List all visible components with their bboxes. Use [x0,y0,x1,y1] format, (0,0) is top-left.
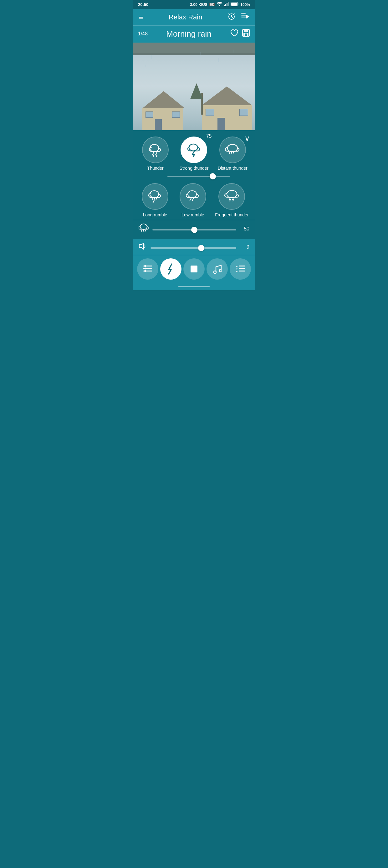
nav-music-button[interactable] [206,258,228,280]
svg-point-19 [150,191,159,197]
sound-long-rumble[interactable]: Long rumble [139,183,170,217]
strong-thunder-slider[interactable] [167,176,230,177]
rain-level-row: 50 [139,223,249,235]
frequent-thunder-circle [218,183,245,210]
svg-rect-8 [241,13,246,14]
svg-point-31 [219,269,222,272]
rain-level-value: 50 [240,226,249,232]
battery-icon [231,2,239,7]
thunder-circle [142,136,169,163]
rain-scene [133,42,255,130]
low-rumble-circle [180,183,206,210]
svg-marker-11 [246,15,249,19]
time: 20:50 [138,2,148,7]
strong-thunder-slider-row [133,170,255,179]
sound-strong-thunder[interactable]: 75 Strong thunder [179,136,209,170]
long-rumble-label: Long rumble [143,212,167,217]
strong-thunder-value: 75 [206,133,212,139]
svg-point-27 [144,265,146,267]
svg-point-28 [144,268,146,270]
nav-favorites-button[interactable] [230,258,251,280]
svg-rect-6 [231,2,237,6]
volume-slider[interactable] [151,247,236,249]
svg-point-20 [188,191,196,197]
signal-icon [224,2,229,7]
volume-icon [139,243,147,251]
strong-thunder-circle [181,136,207,163]
nav-thunder-button[interactable] [160,258,182,280]
stop-square [191,266,197,272]
sound-frequent-thunder[interactable]: Frequent thunder [215,183,249,217]
svg-rect-4 [228,2,229,6]
track-title: Morning rain [166,29,212,39]
distant-thunder-label: Distant thunder [218,166,248,170]
volume-value: 9 [240,244,249,250]
menu-button[interactable]: ≡ [139,12,143,22]
rain-level-slider-wrap [152,226,236,232]
app-title: Relax Rain [169,13,202,21]
sound-distant-thunder[interactable]: Distant thunder [217,136,248,170]
svg-point-21 [227,190,237,198]
houses [133,86,255,130]
svg-marker-23 [139,243,143,249]
svg-rect-34 [239,271,245,272]
svg-rect-32 [239,266,245,267]
svg-point-29 [144,270,146,272]
volume-section: 9 [133,239,255,255]
wifi-icon [217,2,223,7]
low-rumble-label: Low rumble [182,212,204,217]
svg-point-17 [189,144,198,151]
home-bar [179,286,209,287]
distant-thunder-circle [219,136,246,163]
frequent-thunder-label: Frequent thunder [215,212,249,217]
svg-rect-13 [244,29,248,32]
track-actions [230,29,250,39]
svg-rect-1 [224,5,225,6]
like-button[interactable] [230,29,239,39]
home-indicator [133,284,255,290]
svg-point-22 [140,224,147,229]
svg-rect-33 [239,268,245,269]
rain-level-slider[interactable] [152,229,236,230]
svg-point-0 [219,5,220,6]
nav-actions [227,12,249,22]
playlist-button[interactable] [241,13,249,22]
status-bar: 20:50 3.00 KB/S HD 100% [133,0,255,9]
rain-level-section: 50 [133,220,255,239]
sound-low-rumble[interactable]: Low rumble [177,183,208,217]
bottom-nav [133,255,255,284]
sub-header: 1/48 Morning rain [133,25,255,42]
svg-rect-3 [227,3,227,6]
nav-stop-button[interactable] [183,258,205,280]
hd-badge: HD [209,3,215,6]
svg-point-18 [227,144,237,152]
svg-rect-15 [245,33,247,36]
network-speed: 3.00 KB/S [190,2,207,7]
status-right: 3.00 KB/S HD 100% [190,2,250,7]
long-rumble-circle [142,183,168,210]
sounds-row-2: Long rumble Low rumble [133,179,255,220]
alarm-button[interactable] [227,12,236,22]
controls-area: ∨ Thunder [133,130,255,239]
track-counter: 1/48 [138,31,148,37]
svg-point-30 [214,271,216,273]
thunder-label: Thunder [148,166,164,170]
volume-slider-wrap [151,244,236,250]
sounds-row-1: Thunder 75 Strong thunder [133,133,255,170]
battery-percent: 100% [240,2,250,7]
svg-point-16 [150,144,159,152]
sound-thunder[interactable]: Thunder [140,136,171,170]
svg-rect-2 [225,4,226,6]
rain-level-icon [139,223,149,235]
strong-thunder-label: Strong thunder [180,166,209,170]
top-nav: ≡ Relax Rain [133,9,255,25]
nav-list-button[interactable] [137,258,158,280]
save-button[interactable] [242,29,250,39]
